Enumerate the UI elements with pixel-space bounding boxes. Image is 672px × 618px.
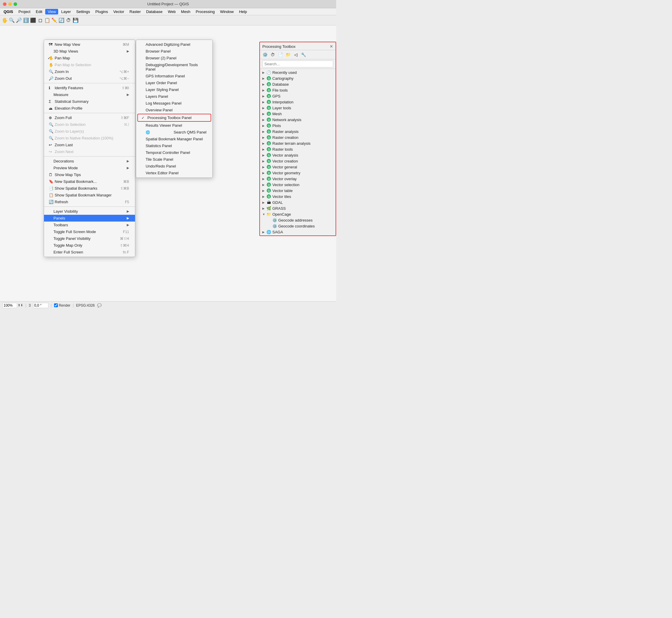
tree-item-vector-selection[interactable]: ▶ Q Vector selection — [260, 182, 336, 188]
panel-temporal-controller[interactable]: Temporal Controller Panel — [136, 149, 212, 156]
menu-toggle-map-only[interactable]: Toggle Map Only ⇧⌘H — [44, 242, 135, 249]
tree-item-plots[interactable]: ▶ Q Plots — [260, 123, 336, 128]
menu-toggle-panel-visibility[interactable]: Toggle Panel Visibility ⌘⇧H — [44, 235, 135, 242]
panel-undo-redo[interactable]: Undo/Redo Panel — [136, 163, 212, 170]
menu-show-bookmarks[interactable]: 📑 Show Spatial Bookmarks ⇧⌘B — [44, 185, 135, 192]
panel-debugging[interactable]: Debugging/Development Tools Panel — [136, 62, 212, 73]
panel-advanced-digitizing[interactable]: Advanced Digitizing Panel — [136, 41, 212, 48]
tree-item-raster-creation[interactable]: ▶ Q Raster creation — [260, 134, 336, 140]
tree-item-layer-tools[interactable]: ▶ Q Layer tools — [260, 105, 336, 111]
tree-item-database[interactable]: ▶ Q Database — [260, 81, 336, 87]
tree-item-mesh[interactable]: ▶ Q Mesh — [260, 111, 336, 117]
menu-item-help[interactable]: Help — [237, 9, 249, 14]
menu-item-layer[interactable]: Layer — [59, 9, 73, 14]
close-button[interactable] — [3, 2, 6, 6]
crs-button[interactable]: EPSG:4326 — [76, 303, 95, 308]
menu-measure[interactable]: Measure ▶ — [44, 91, 135, 98]
menu-item-database[interactable]: Database — [144, 9, 165, 14]
menu-toggle-fullscreen[interactable]: Toggle Full Screen Mode F11 — [44, 228, 135, 235]
menu-item-qgis[interactable]: QGIS — [1, 9, 16, 14]
toolbox-close-button[interactable]: ✕ — [330, 44, 333, 49]
tree-item-vector-tiles[interactable]: ▶ Q Vector tiles — [260, 194, 336, 199]
menu-item-web[interactable]: Web — [165, 9, 178, 14]
menu-item-view[interactable]: View — [45, 9, 58, 14]
panel-layer-order[interactable]: Layer Order Panel — [136, 80, 212, 86]
toolbar-refresh[interactable]: 🔄 — [58, 17, 65, 24]
tree-item-raster-analysis[interactable]: ▶ Q Raster analysis — [260, 128, 336, 134]
tree-item-raster-tools[interactable]: ▶ Q Raster tools — [260, 146, 336, 152]
toolbar-clock[interactable]: ⏱ — [65, 17, 72, 24]
tree-item-gdal[interactable]: ▶ 🏔 GDAL — [260, 199, 336, 205]
tree-item-saga[interactable]: ▶ 🌐 SAGA — [260, 229, 336, 235]
menu-panels[interactable]: Panels ▶ — [44, 215, 135, 222]
zoom-level-input[interactable] — [2, 303, 17, 308]
tree-item-network-analysis[interactable]: ▶ Q Network analysis — [260, 117, 336, 123]
zoom-input[interactable]: ⬆⬇ — [2, 303, 23, 308]
menu-item-raster[interactable]: Raster — [127, 9, 143, 14]
menu-identify[interactable]: ℹ Identify Features ⇧⌘I — [44, 85, 135, 91]
toolbar-deselect[interactable]: ◻ — [37, 17, 44, 24]
tree-item-file-tools[interactable]: ▶ Q File tools — [260, 87, 336, 93]
menu-decorations[interactable]: Decorations ▶ — [44, 158, 135, 165]
menu-layer-visibility[interactable]: Layer Visibility ▶ — [44, 208, 135, 215]
toolbar-identify[interactable]: ℹ️ — [22, 17, 29, 24]
render-checkbox[interactable] — [54, 303, 58, 307]
panel-overview[interactable]: Overview Panel — [136, 107, 212, 113]
rotation-input[interactable] — [33, 303, 48, 308]
panel-layer-styling[interactable]: Layer Styling Panel — [136, 86, 212, 93]
tree-item-vector-overlay[interactable]: ▶ Q Vector overlay — [260, 176, 336, 182]
menu-zoom-full[interactable]: ⊕ Zoom Full ⇧⌘F — [44, 114, 135, 121]
menu-enter-fullscreen[interactable]: Enter Full Screen fn F — [44, 249, 135, 255]
tree-item-geocode-coordinates[interactable]: ⚙️ Geocode coordinates — [260, 223, 336, 229]
toolbar-select[interactable]: ⬛ — [29, 17, 37, 24]
menu-item-settings[interactable]: Settings — [74, 9, 93, 14]
maximize-button[interactable] — [14, 2, 17, 6]
menu-3d-map-views[interactable]: 3D Map Views ▶ — [44, 48, 135, 55]
zoom-arrows[interactable]: ⬆⬇ — [18, 303, 23, 307]
tree-item-vector-analysis[interactable]: ▶ Q Vector analysis — [260, 152, 336, 158]
panel-results-viewer[interactable]: Results Viewer Panel — [136, 122, 212, 129]
tree-item-geocode-addresses[interactable]: ⚙️ Geocode addresses — [260, 217, 336, 223]
menu-statistical-summary[interactable]: Σ Statistical Summary — [44, 98, 135, 105]
toolbar-zoom-in[interactable]: 🔍 — [8, 17, 15, 24]
toolbar-save[interactable]: 💾 — [72, 17, 79, 24]
tree-item-cartography[interactable]: ▶ Q Cartography — [260, 75, 336, 81]
menu-item-edit[interactable]: Edit — [33, 9, 44, 14]
tree-item-raster-terrain[interactable]: ▶ Q Raster terrain analysis — [260, 140, 336, 146]
menu-elevation-profile[interactable]: ⛰ Elevation Profile — [44, 105, 135, 112]
toolbar-digitize[interactable]: ✏️ — [51, 17, 58, 24]
tree-item-vector-creation[interactable]: ▶ Q Vector creation — [260, 158, 336, 164]
panel-processing-toolbox[interactable]: Processing Toolbox Panel — [138, 114, 211, 121]
menu-bookmark-manager[interactable]: 📋 Show Spatial Bookmark Manager — [44, 192, 135, 199]
menu-zoom-out[interactable]: 🔎 Zoom Out ⌥⌘− — [44, 75, 135, 82]
menu-pan-map[interactable]: ✓ ✋ Pan Map — [44, 55, 135, 62]
panel-gps-info[interactable]: GPS Information Panel — [136, 73, 212, 80]
toolbox-models-btn[interactable]: 📁 — [285, 51, 291, 58]
panel-browser-2[interactable]: Browser (2) Panel — [136, 55, 212, 62]
panel-spatial-bookmark-manager[interactable]: Spatial Bookmark Manager Panel — [136, 135, 212, 142]
panel-statistics[interactable]: Statistics Panel — [136, 142, 212, 149]
tree-item-opencage[interactable]: ▼ 📁 OpenCage — [260, 211, 336, 217]
tree-item-grass[interactable]: ▶ 🌿 GRASS — [260, 205, 336, 211]
toolbar-attr-table[interactable]: 📋 — [44, 17, 51, 24]
toolbox-search-input[interactable] — [262, 61, 333, 67]
tree-item-recently-used[interactable]: ▶ 🕐 Recently used — [260, 70, 336, 75]
panel-tile-scale[interactable]: Tile Scale Panel — [136, 156, 212, 163]
toolbar-zoom-out[interactable]: 🔎 — [15, 17, 22, 24]
menu-new-map-view[interactable]: 🗺 New Map View ⌘M — [44, 41, 135, 48]
window-controls[interactable] — [3, 2, 17, 6]
menu-show-map-tips[interactable]: 🗒 Show Map Tips — [44, 171, 135, 178]
tree-item-vector-general[interactable]: ▶ Q Vector general — [260, 164, 336, 170]
tree-item-vector-table[interactable]: ▶ Q Vector table — [260, 188, 336, 194]
menu-zoom-last[interactable]: ↩ Zoom Last — [44, 141, 135, 148]
menu-item-vector[interactable]: Vector — [111, 9, 127, 14]
panel-layers[interactable]: Layers Panel — [136, 93, 212, 100]
menu-new-bookmark[interactable]: 🔖 New Spatial Bookmark... ⌘B — [44, 178, 135, 185]
menu-zoom-in[interactable]: 🔍 Zoom In ⌥⌘+ — [44, 68, 135, 75]
menu-item-plugins[interactable]: Plugins — [93, 9, 110, 14]
menu-item-window[interactable]: Window — [218, 9, 236, 14]
toolbox-back-btn[interactable]: ◁ — [293, 51, 299, 58]
minimize-button[interactable] — [8, 2, 12, 6]
panel-search-qms[interactable]: 🌐 Search QMS Panel — [136, 129, 212, 135]
comment-icon[interactable]: 💬 — [97, 303, 102, 308]
